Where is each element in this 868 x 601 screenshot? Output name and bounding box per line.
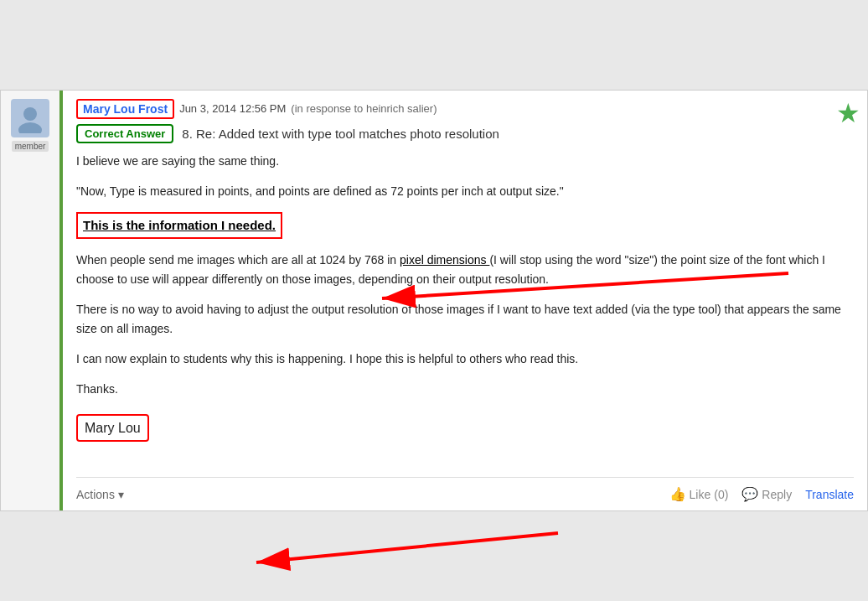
like-count: (0) (714, 488, 728, 501)
body-para5: I can now explain to students why this i… (76, 350, 854, 368)
post-header: Mary Lou Frost Jun 3, 2014 12:56 PM (in … (76, 99, 854, 119)
avatar (11, 99, 49, 137)
author-name[interactable]: Mary Lou Frost (76, 99, 174, 119)
reply-bubble-icon: 💬 (741, 486, 758, 502)
like-button[interactable]: 👍 Like (0) (669, 486, 729, 502)
svg-point-1 (18, 122, 42, 133)
like-thumb-icon: 👍 (669, 486, 686, 502)
body-para1: I believe we are saying the same thing. (76, 152, 854, 170)
star-icon: ★ (836, 97, 860, 129)
post-container: member ★ Mary Lou Frost Jun 3, 2014 12:5… (0, 90, 868, 512)
left-sidebar: member (1, 91, 59, 511)
post-date: Jun 3, 2014 12:56 PM (179, 102, 286, 115)
in-response: (in response to heinrich salier) (291, 102, 437, 115)
body-para6: Thanks. (76, 380, 854, 398)
member-badge: member (12, 141, 49, 152)
reply-button[interactable]: 💬 Reply (741, 486, 792, 502)
post-footer: Actions ▾ 👍 Like (0) 💬 Reply Translate (76, 477, 854, 510)
post-body: I believe we are saying the same thing. … (76, 152, 854, 474)
post-title: 8. Re: Added text with type tool matches… (182, 127, 499, 141)
post-subheader: Correct Answer 8. Re: Added text with ty… (76, 124, 854, 143)
highlight-box: This is the information I needed. (76, 212, 282, 239)
body-para2: "Now, Type is measured in points, and po… (76, 182, 854, 200)
translate-label: Translate (805, 488, 854, 501)
actions-arrow-icon: ▾ (118, 488, 124, 501)
pixel-dimensions-link[interactable]: pixel dimensions (400, 253, 489, 267)
signature-para: Mary Lou (76, 411, 854, 454)
like-label: Like (690, 488, 711, 501)
correct-answer-badge: Correct Answer (76, 124, 173, 143)
translate-button[interactable]: Translate (805, 488, 854, 501)
svg-line-5 (256, 533, 558, 562)
body-para4: There is no way to avoid having to adjus… (76, 300, 854, 338)
body-para3-start: When people send me images which are all… (76, 253, 400, 267)
footer-right: 👍 Like (0) 💬 Reply Translate (669, 486, 854, 502)
svg-point-0 (23, 107, 37, 121)
highlight-para: This is the information I needed. (76, 212, 854, 239)
actions-label: Actions (76, 488, 115, 501)
actions-button[interactable]: Actions ▾ (76, 488, 124, 501)
post-inner: member ★ Mary Lou Frost Jun 3, 2014 12:5… (1, 91, 867, 511)
post-content-area: ★ Mary Lou Frost Jun 3, 2014 12:56 PM (i… (59, 91, 867, 511)
signature-box: Mary Lou (76, 414, 149, 443)
body-para3: When people send me images which are all… (76, 251, 854, 288)
reply-label: Reply (762, 488, 792, 501)
